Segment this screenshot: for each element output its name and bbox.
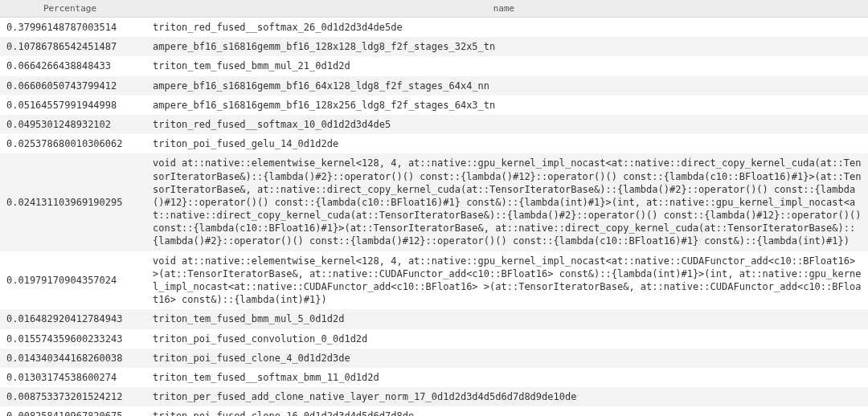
cell-name: triton_red_fused__softmax_26_0d1d2d3d4de… [140,18,868,38]
cell-percentage: 0.016482920412784943 [0,309,140,328]
table-row[interactable]: 0.008753373201524212triton_per_fused_add… [0,387,868,406]
column-header-percentage[interactable]: Percentage [0,0,140,18]
table-row[interactable]: 0.0495301248932102triton_red_fused__soft… [0,115,868,134]
cell-percentage: 0.015574359600233243 [0,329,140,349]
cell-name: triton_poi_fused_clone_4_0d1d2d3de [140,349,868,368]
cell-percentage: 0.0495301248932102 [0,115,140,134]
cell-name: triton_tem_fused__softmax_bmm_11_0d1d2d [140,368,868,387]
cell-name: triton_poi_fused_convolution_0_0d1d2d [140,329,868,349]
cell-name: void at::native::elementwise_kernel<128,… [140,251,868,310]
column-header-name[interactable]: name [140,0,868,18]
cell-name: triton_red_fused__softmax_10_0d1d2d3d4de… [140,115,868,134]
cell-percentage: 0.01303174538600274 [0,368,140,387]
table-row[interactable]: 0.06606050743799412ampere_bf16_s16816gem… [0,76,868,96]
cell-name: ampere_bf16_s16816gemm_bf16_128x256_ldg8… [140,96,868,115]
header-row: Percentage name [0,0,868,18]
cell-percentage: 0.01979170904357024 [0,251,140,310]
cell-name: triton_tem_fused_bmm_mul_21_0d1d2d [140,56,868,75]
cell-percentage: 0.06606050743799412 [0,76,140,96]
table-row[interactable]: 0.025378680010306062triton_poi_fused_gel… [0,134,868,153]
cell-percentage: 0.024131103969190295 [0,153,140,251]
table-row[interactable]: 0.015574359600233243triton_poi_fused_con… [0,329,868,349]
cell-name: ampere_bf16_s16816gemm_bf16_64x128_ldg8_… [140,76,868,96]
table-row[interactable]: 0.024131103969190295void at::native::ele… [0,153,868,251]
cell-name: triton_poi_fused_clone_16_0d1d2d3d4d5d6d… [140,406,868,416]
profile-table: Percentage name 0.37996148787003514trito… [0,0,868,416]
table-row[interactable]: 0.016482920412784943triton_tem_fused_bmm… [0,309,868,328]
cell-name: ampere_bf16_s16816gemm_bf16_128x128_ldg8… [140,37,868,56]
cell-percentage: 0.014340344168260038 [0,349,140,368]
table-row[interactable]: 0.014340344168260038triton_poi_fused_clo… [0,349,868,368]
cell-name: triton_poi_fused_gelu_14_0d1d2de [140,134,868,153]
cell-percentage: 0.37996148787003514 [0,18,140,38]
cell-percentage: 0.008753373201524212 [0,387,140,406]
cell-name: triton_tem_fused_bmm_mul_5_0d1d2d [140,309,868,328]
cell-percentage: 0.0664266438848433 [0,56,140,75]
table-row[interactable]: 0.10786786542451487ampere_bf16_s16816gem… [0,37,868,56]
cell-percentage: 0.10786786542451487 [0,37,140,56]
cell-name: void at::native::elementwise_kernel<128,… [140,153,868,251]
cell-percentage: 0.008258410967820675 [0,406,140,416]
table-row[interactable]: 0.008258410967820675triton_poi_fused_clo… [0,406,868,416]
table-row[interactable]: 0.37996148787003514triton_red_fused__sof… [0,18,868,38]
cell-percentage: 0.025378680010306062 [0,134,140,153]
table-row[interactable]: 0.01303174538600274triton_tem_fused__sof… [0,368,868,387]
table-row[interactable]: 0.0664266438848433triton_tem_fused_bmm_m… [0,56,868,75]
cell-name: triton_per_fused_add_clone_native_layer_… [140,387,868,406]
cell-percentage: 0.05164557991944998 [0,96,140,115]
table-row[interactable]: 0.05164557991944998ampere_bf16_s16816gem… [0,96,868,115]
table-row[interactable]: 0.01979170904357024void at::native::elem… [0,251,868,310]
